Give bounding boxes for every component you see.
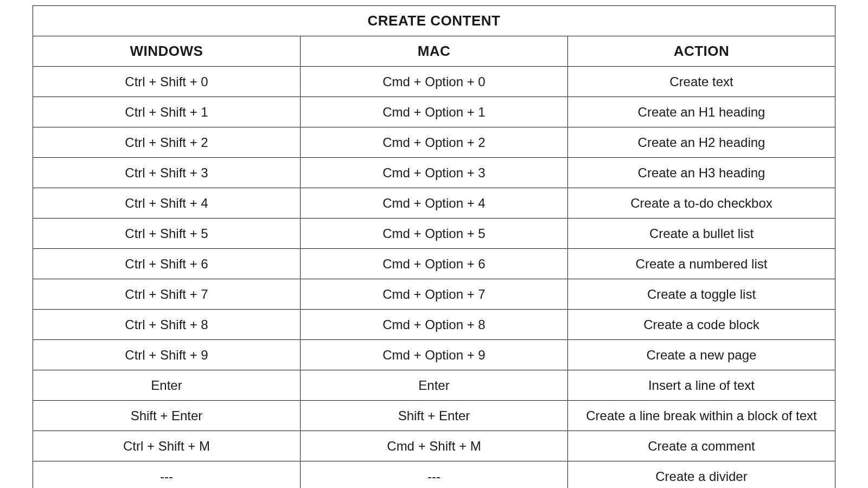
cell-action: Insert a line of text bbox=[568, 370, 835, 401]
title-row: CREATE CONTENT bbox=[33, 6, 835, 36]
cell-mac: Cmd + Option + 4 bbox=[301, 188, 568, 219]
cell-windows: Ctrl + Shift + 7 bbox=[33, 279, 301, 310]
cell-action: Create an H2 heading bbox=[568, 127, 835, 158]
cell-action: Create a toggle list bbox=[568, 279, 835, 310]
cell-windows: Ctrl + Shift + 4 bbox=[33, 188, 301, 219]
table-row: Ctrl + Shift + M Cmd + Shift + M Create … bbox=[33, 431, 835, 461]
cell-action: Create an H1 heading bbox=[568, 97, 835, 127]
cell-mac: Enter bbox=[301, 370, 568, 401]
cell-windows: Ctrl + Shift + 2 bbox=[33, 127, 301, 158]
header-row: WINDOWS MAC ACTION bbox=[33, 36, 835, 67]
cell-mac: Cmd + Option + 3 bbox=[301, 158, 568, 188]
table-row: Ctrl + Shift + 1 Cmd + Option + 1 Create… bbox=[33, 97, 835, 127]
cell-windows: Ctrl + Shift + 6 bbox=[33, 249, 301, 279]
header-windows: WINDOWS bbox=[33, 36, 301, 67]
table-row: Enter Enter Insert a line of text bbox=[33, 370, 835, 401]
table-row: Ctrl + Shift + 6 Cmd + Option + 6 Create… bbox=[33, 249, 835, 279]
cell-action: Create a new page bbox=[568, 340, 835, 370]
cell-windows: Ctrl + Shift + 5 bbox=[33, 219, 301, 249]
table-row: Ctrl + Shift + 9 Cmd + Option + 9 Create… bbox=[33, 340, 835, 370]
cell-action: Create text bbox=[568, 67, 835, 97]
cell-windows: Shift + Enter bbox=[33, 401, 301, 431]
cell-action: Create a comment bbox=[568, 431, 835, 461]
cell-windows: Ctrl + Shift + 3 bbox=[33, 158, 301, 188]
cell-mac: --- bbox=[301, 461, 568, 489]
cell-windows: Ctrl + Shift + M bbox=[33, 431, 301, 461]
table-row: --- --- Create a divider bbox=[33, 461, 835, 489]
cell-windows: Ctrl + Shift + 1 bbox=[33, 97, 301, 127]
table-row: Ctrl + Shift + 4 Cmd + Option + 4 Create… bbox=[33, 188, 835, 219]
cell-mac: Cmd + Option + 0 bbox=[301, 67, 568, 97]
cell-action: Create a numbered list bbox=[568, 249, 835, 279]
table-row: Ctrl + Shift + 5 Cmd + Option + 5 Create… bbox=[33, 219, 835, 249]
shortcut-table: CREATE CONTENT WINDOWS MAC ACTION Ctrl +… bbox=[33, 5, 835, 488]
table-row: Ctrl + Shift + 0 Cmd + Option + 0 Create… bbox=[33, 67, 835, 97]
cell-action: Create a divider bbox=[568, 461, 835, 489]
cell-mac: Cmd + Shift + M bbox=[301, 431, 568, 461]
cell-mac: Cmd + Option + 7 bbox=[301, 279, 568, 310]
table-row: Ctrl + Shift + 2 Cmd + Option + 2 Create… bbox=[33, 127, 835, 158]
cell-windows: Ctrl + Shift + 9 bbox=[33, 340, 301, 370]
cell-mac: Cmd + Option + 6 bbox=[301, 249, 568, 279]
cell-mac: Shift + Enter bbox=[301, 401, 568, 431]
cell-action: Create a bullet list bbox=[568, 219, 835, 249]
cell-mac: Cmd + Option + 2 bbox=[301, 127, 568, 158]
cell-mac: Cmd + Option + 9 bbox=[301, 340, 568, 370]
table-row: Shift + Enter Shift + Enter Create a lin… bbox=[33, 401, 835, 431]
cell-action: Create a code block bbox=[568, 310, 835, 340]
cell-action: Create a to-do checkbox bbox=[568, 188, 835, 219]
table-row: Ctrl + Shift + 8 Cmd + Option + 8 Create… bbox=[33, 310, 835, 340]
cell-mac: Cmd + Option + 1 bbox=[301, 97, 568, 127]
cell-windows: Enter bbox=[33, 370, 301, 401]
cell-windows: Ctrl + Shift + 0 bbox=[33, 67, 301, 97]
header-mac: MAC bbox=[301, 36, 568, 67]
cell-mac: Cmd + Option + 8 bbox=[301, 310, 568, 340]
cell-action: Create a line break within a block of te… bbox=[568, 401, 835, 431]
table-body: Ctrl + Shift + 0 Cmd + Option + 0 Create… bbox=[33, 67, 835, 489]
cell-windows: --- bbox=[33, 461, 301, 489]
table-title: CREATE CONTENT bbox=[33, 6, 835, 36]
table-row: Ctrl + Shift + 3 Cmd + Option + 3 Create… bbox=[33, 158, 835, 188]
cell-mac: Cmd + Option + 5 bbox=[301, 219, 568, 249]
cell-action: Create an H3 heading bbox=[568, 158, 835, 188]
cell-windows: Ctrl + Shift + 8 bbox=[33, 310, 301, 340]
header-action: ACTION bbox=[568, 36, 835, 67]
table-row: Ctrl + Shift + 7 Cmd + Option + 7 Create… bbox=[33, 279, 835, 310]
